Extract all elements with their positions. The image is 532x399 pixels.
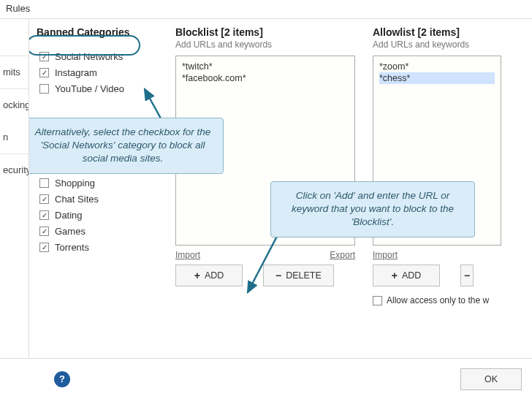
allowlist-sub: Add URLs and keywords xyxy=(373,39,519,50)
main: Banned Categories Social Networks Instag… xyxy=(29,19,532,362)
blocklist-heading: Blocklist [2 items] xyxy=(175,26,365,38)
button-label: OK xyxy=(484,374,498,384)
callout-categories: Alternatively, select the checkbox for t… xyxy=(29,118,224,174)
category-item-chat-sites[interactable]: Chat Sites xyxy=(37,194,168,205)
banned-heading: Banned Categories xyxy=(37,26,168,38)
category-item-dating[interactable]: Dating xyxy=(37,210,168,221)
category-item-youtube[interactable]: YouTube / Video xyxy=(37,83,168,94)
allow-only-label: Allow access only to the w xyxy=(387,295,489,305)
category-label: Chat Sites xyxy=(55,194,99,205)
category-item-instagram[interactable]: Instagram xyxy=(37,67,168,78)
blocklist-sub: Add URLs and keywords xyxy=(175,39,365,50)
allowlist-buttons: + ADD − xyxy=(373,265,519,286)
sidebar-item-label: ecurity xyxy=(3,164,28,175)
sidebar-item-limits[interactable]: mits xyxy=(0,56,28,88)
ok-button[interactable]: OK xyxy=(460,368,522,390)
category-item-shopping[interactable]: Shopping xyxy=(37,178,168,189)
category-item-torrents[interactable]: Torrents xyxy=(37,242,168,253)
add-button[interactable]: + ADD xyxy=(373,265,440,286)
add-button[interactable]: + ADD xyxy=(175,265,243,286)
category-label: Torrents xyxy=(55,242,89,253)
category-label: Dating xyxy=(55,210,83,221)
checkbox-icon[interactable] xyxy=(373,296,382,305)
sidebar-item-n[interactable]: n xyxy=(0,121,28,153)
delete-button[interactable]: − DELETE xyxy=(263,265,334,286)
blocklist-buttons: + ADD − DELETE xyxy=(175,265,365,286)
callout-add: Click on 'Add' and enter the URL or keyw… xyxy=(270,181,475,238)
checkbox-icon[interactable] xyxy=(39,84,49,94)
window-title: Rules xyxy=(0,0,532,18)
sidebar-item-label: ocking xyxy=(3,99,28,110)
help-glyph: ? xyxy=(59,373,65,384)
list-item[interactable]: *facebook.com* xyxy=(182,72,349,84)
category-item-games[interactable]: Games xyxy=(37,226,168,237)
window-title-text: Rules xyxy=(6,3,30,14)
category-label: Instagram xyxy=(55,67,97,78)
window: Rules mits ocking n ecurity Banned Categ… xyxy=(0,0,532,399)
callout-text: Alternatively, select the checkbox for t… xyxy=(35,126,211,164)
import-link[interactable]: Import xyxy=(175,250,200,260)
list-item[interactable]: *twitch* xyxy=(182,61,349,72)
category-label: YouTube / Video xyxy=(55,83,124,94)
sidebar-item-label: mits xyxy=(3,66,20,77)
checkbox-icon[interactable] xyxy=(39,178,49,188)
checkbox-icon[interactable] xyxy=(39,194,49,204)
button-label: ADD xyxy=(402,270,421,281)
list-item[interactable]: *zoom* xyxy=(379,61,495,72)
button-label: ADD xyxy=(205,270,224,281)
import-link[interactable]: Import xyxy=(373,250,398,260)
sidebar-item-blocking[interactable]: ocking xyxy=(0,88,28,121)
category-item-social-networks[interactable]: Social Networks xyxy=(37,51,168,62)
callout-text: Click on 'Add' and enter the URL or keyw… xyxy=(292,190,454,227)
checkbox-icon[interactable] xyxy=(39,227,49,236)
delete-button-cropped[interactable]: − xyxy=(460,265,474,286)
allowlist-heading: Allowlist [2 items] xyxy=(373,26,519,38)
button-label: DELETE xyxy=(286,270,322,281)
sidebar: mits ocking n ecurity xyxy=(0,19,29,362)
body: mits ocking n ecurity Banned Categories xyxy=(0,18,532,362)
checkbox-icon[interactable] xyxy=(39,243,49,252)
category-label: Social Networks xyxy=(55,51,123,62)
list-item[interactable]: *chess* xyxy=(379,72,495,84)
allow-only-row[interactable]: Allow access only to the w xyxy=(373,295,519,305)
footer-buttons: OK xyxy=(460,368,522,390)
sidebar-item-label: n xyxy=(3,132,8,142)
checkbox-icon[interactable] xyxy=(39,52,49,61)
blocklist-links: Import Export xyxy=(175,250,355,260)
minus-icon: − xyxy=(276,270,281,281)
banned-categories-section: Banned Categories Social Networks Instag… xyxy=(29,26,168,362)
category-label: Games xyxy=(55,226,86,237)
checkbox-icon[interactable] xyxy=(39,210,49,220)
footer: ? OK xyxy=(0,358,532,399)
plus-icon: + xyxy=(392,270,398,281)
plus-icon: + xyxy=(194,270,200,281)
help-icon[interactable]: ? xyxy=(54,371,70,387)
allowlist-links: Import xyxy=(373,250,501,260)
sidebar-item-security[interactable]: ecurity xyxy=(0,153,28,186)
checkbox-icon[interactable] xyxy=(39,68,49,77)
export-link[interactable]: Export xyxy=(330,250,355,260)
minus-icon: − xyxy=(464,270,470,281)
category-label: Shopping xyxy=(55,178,95,189)
